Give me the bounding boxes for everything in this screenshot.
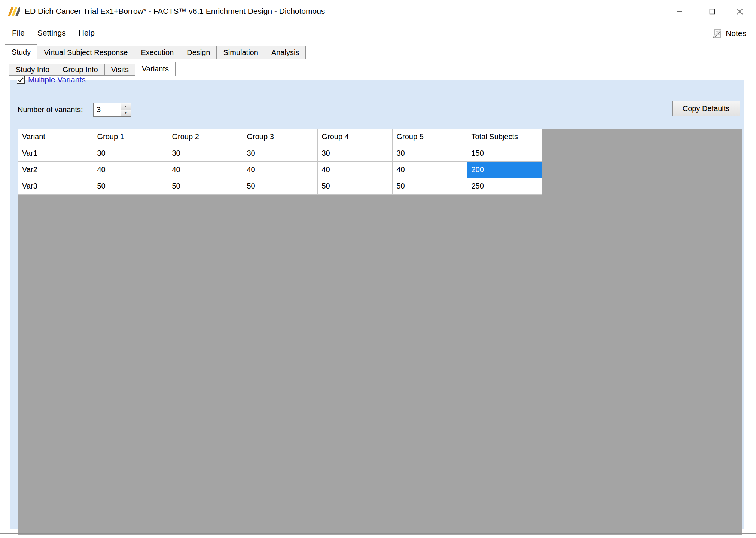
number-of-variants-label: Number of variants: — [18, 106, 83, 114]
cell[interactable]: Var1 — [18, 145, 93, 161]
table-row: Var1 30 30 30 30 30 150 — [18, 145, 542, 161]
cell[interactable]: 30 — [317, 145, 392, 161]
cell[interactable]: 30 — [392, 145, 467, 161]
cell[interactable]: 150 — [467, 145, 542, 161]
app-icon — [7, 6, 20, 17]
tab-analysis[interactable]: Analysis — [265, 46, 306, 59]
tab-visits[interactable]: Visits — [104, 64, 135, 76]
check-icon — [18, 77, 24, 82]
number-of-variants-stepper: ▲ ▼ — [93, 103, 131, 117]
tab-simulation[interactable]: Simulation — [216, 46, 265, 59]
menu-file[interactable]: File — [7, 25, 30, 40]
variants-table: Variant Group 1 Group 2 Group 3 Group 4 … — [18, 129, 542, 195]
cell[interactable]: 40 — [168, 161, 243, 178]
cell[interactable]: 50 — [243, 178, 317, 194]
copy-defaults-button[interactable]: Copy Defaults — [672, 101, 740, 116]
menu-bar: File Settings Help Notes — [0, 23, 756, 43]
selected-cell[interactable]: 200 — [467, 161, 542, 178]
table-row: Var2 40 40 40 40 40 200 — [18, 161, 542, 178]
variants-grid: Variant Group 1 Group 2 Group 3 Group 4 … — [18, 129, 742, 535]
header-variant[interactable]: Variant — [18, 129, 93, 145]
header-total-subjects[interactable]: Total Subjects — [467, 129, 542, 145]
tab-virtual-subject-response[interactable]: Virtual Subject Response — [37, 46, 134, 59]
main-tab-strip: Study Virtual Subject Response Execution… — [5, 44, 306, 59]
header-group-4[interactable]: Group 4 — [317, 129, 392, 145]
cell[interactable]: 50 — [392, 178, 467, 194]
header-group-3[interactable]: Group 3 — [243, 129, 317, 145]
cell[interactable]: 30 — [93, 145, 168, 161]
stepper-up-icon[interactable]: ▲ — [121, 103, 131, 110]
tab-group-info[interactable]: Group Info — [56, 64, 105, 76]
maximize-button[interactable] — [701, 0, 723, 23]
tab-study[interactable]: Study — [5, 44, 37, 59]
window-title: ED Dich Cancer Trial Ex1+Borrow* - FACTS… — [25, 7, 325, 16]
sub-tab-strip: Study Info Group Info Visits Variants — [9, 62, 176, 76]
cell[interactable]: 30 — [168, 145, 243, 161]
multiple-variants-panel: Multiple Variants Number of variants: ▲ … — [10, 75, 744, 529]
cell[interactable]: Var2 — [18, 161, 93, 178]
minimize-button[interactable] — [668, 0, 690, 23]
menu-help[interactable]: Help — [73, 25, 100, 40]
number-of-variants-input[interactable] — [94, 103, 121, 116]
header-group-2[interactable]: Group 2 — [168, 129, 243, 145]
tab-design[interactable]: Design — [180, 46, 217, 59]
cell[interactable]: 250 — [467, 178, 542, 194]
cell[interactable]: 50 — [317, 178, 392, 194]
tab-variants[interactable]: Variants — [135, 62, 176, 76]
header-group-5[interactable]: Group 5 — [392, 129, 467, 145]
multiple-variants-label: Multiple Variants — [28, 75, 86, 84]
app-window: ED Dich Cancer Trial Ex1+Borrow* - FACTS… — [0, 0, 756, 538]
multiple-variants-checkbox[interactable] — [17, 76, 25, 84]
notes-button[interactable]: Notes — [713, 27, 746, 40]
tab-study-info[interactable]: Study Info — [9, 64, 56, 76]
close-button[interactable] — [729, 0, 751, 23]
multiple-variants-header: Multiple Variants — [14, 75, 89, 85]
cell[interactable]: 40 — [243, 161, 317, 178]
notes-icon — [713, 28, 723, 39]
cell[interactable]: 40 — [317, 161, 392, 178]
header-row: Variant Group 1 Group 2 Group 3 Group 4 … — [18, 129, 542, 145]
title-bar: ED Dich Cancer Trial Ex1+Borrow* - FACTS… — [0, 0, 756, 23]
bottom-separator — [0, 533, 756, 534]
cell[interactable]: 40 — [93, 161, 168, 178]
cell[interactable]: 50 — [93, 178, 168, 194]
cell[interactable]: 30 — [243, 145, 317, 161]
table-row: Var3 50 50 50 50 50 250 — [18, 178, 542, 194]
cell[interactable]: 40 — [392, 161, 467, 178]
stepper-down-icon[interactable]: ▼ — [121, 110, 131, 117]
cell[interactable]: 50 — [168, 178, 243, 194]
header-group-1[interactable]: Group 1 — [93, 129, 168, 145]
cell[interactable]: Var3 — [18, 178, 93, 194]
tab-execution[interactable]: Execution — [134, 46, 180, 59]
notes-label: Notes — [726, 29, 746, 38]
menu-settings[interactable]: Settings — [32, 25, 71, 40]
